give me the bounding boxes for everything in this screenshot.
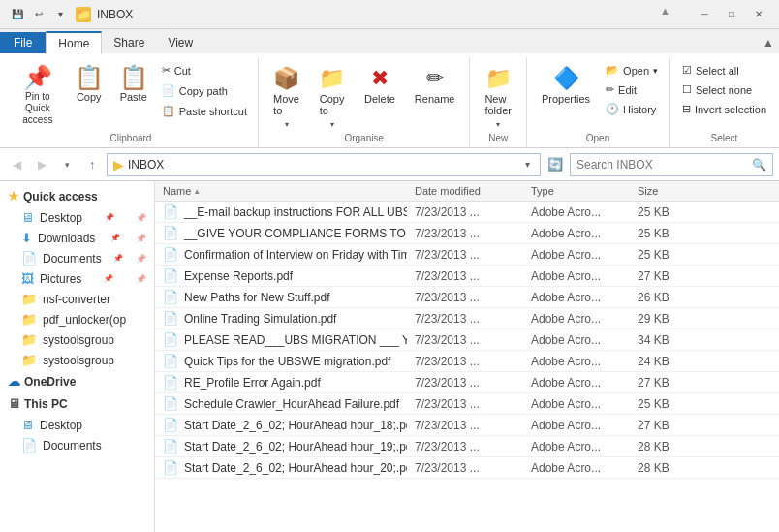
properties-button[interactable]: 🔷 Properties bbox=[533, 61, 599, 110]
sidebar-item-systools2[interactable]: 📁 systoolsgroup bbox=[0, 350, 154, 370]
table-row[interactable]: 📄 Start Date_2_6_02; HourAhead hour_19;.… bbox=[155, 436, 779, 457]
quick-access-toolbar: 💾 ↩ ▾ bbox=[8, 5, 70, 24]
sidebar-item-pc-desktop[interactable]: 🖥 Desktop bbox=[0, 415, 154, 435]
edit-icon: ✏ bbox=[606, 83, 614, 96]
sidebar-item-nsf[interactable]: 📁 nsf-converter bbox=[0, 289, 154, 309]
file-type-cell: Adobe Acro... bbox=[523, 309, 630, 329]
pdf-icon: 📄 bbox=[163, 268, 178, 283]
copy-path-button[interactable]: 📄 Copy path bbox=[157, 81, 252, 100]
file-date-cell: 7/23/2013 ... bbox=[407, 330, 523, 350]
size-column-header[interactable]: Size bbox=[630, 181, 688, 201]
table-row[interactable]: 📄 Online Trading Simulation.pdf 7/23/201… bbox=[155, 308, 779, 329]
nsf-label: nsf-converter bbox=[43, 293, 110, 306]
file-name-cell: 📄 Quick Tips for the UBSWE migration.pdf bbox=[155, 351, 407, 371]
open-label: Open bbox=[533, 131, 663, 147]
tab-home[interactable]: Home bbox=[46, 31, 102, 54]
table-row[interactable]: 📄 Confirmation of Interview on Friday wi… bbox=[155, 244, 779, 266]
file-name-cell: 📄 __GIVE YOUR COMPLIANCE FORMS TO ME B..… bbox=[155, 223, 407, 243]
sidebar-item-documents[interactable]: 📄 Documents 📌 bbox=[0, 248, 154, 268]
sidebar-item-pdf[interactable]: 📁 pdf_unlocker(op bbox=[0, 309, 154, 329]
onedrive-icon: ☁ bbox=[8, 374, 20, 389]
qat-undo[interactable]: ↩ bbox=[29, 5, 48, 24]
table-row[interactable]: 📄 Start Date_2_6_02; HourAhead hour_18;.… bbox=[155, 415, 779, 436]
table-row[interactable]: 📄 Start Date_2_6_02; HourAhead hour_20;.… bbox=[155, 457, 779, 479]
address-dropdown-button[interactable]: ▾ bbox=[521, 159, 534, 170]
this-pc-header[interactable]: 🖥 This PC bbox=[0, 392, 154, 415]
qat-dropdown[interactable]: ▾ bbox=[50, 5, 70, 24]
qat-save[interactable]: 💾 bbox=[8, 5, 27, 24]
minimize-button[interactable]: ─ bbox=[692, 5, 717, 24]
file-type-cell: Adobe Acro... bbox=[523, 245, 630, 265]
desktop-label: Desktop bbox=[40, 211, 82, 225]
table-row[interactable]: 📄 __GIVE YOUR COMPLIANCE FORMS TO ME B..… bbox=[155, 223, 779, 244]
date-column-header[interactable]: Date modified bbox=[407, 181, 523, 201]
downloads-folder-icon: ⬇ bbox=[21, 231, 32, 245]
address-box[interactable]: ▶ INBOX ▾ bbox=[107, 153, 541, 176]
table-row[interactable]: 📄 Schedule Crawler_HourAhead Failure.pdf… bbox=[155, 393, 779, 415]
table-row[interactable]: 📄 PLEASE READ___UBS MIGRATION ___ YOU ..… bbox=[155, 329, 779, 351]
table-row[interactable]: 📄 __E-mail backup instructions FOR ALL U… bbox=[155, 202, 779, 223]
file-type-cell: Adobe Acro... bbox=[523, 330, 630, 350]
pin-indicator: 📌 bbox=[105, 213, 114, 222]
onedrive-header[interactable]: ☁ OneDrive bbox=[0, 370, 154, 392]
select-none-button[interactable]: ☐ Select none bbox=[675, 80, 773, 99]
table-row[interactable]: 📄 Expense Reports.pdf 7/23/2013 ... Adob… bbox=[155, 266, 779, 287]
table-row[interactable]: 📄 Quick Tips for the UBSWE migration.pdf… bbox=[155, 351, 779, 372]
open-group-content: 🔷 Properties 📂 Open ▾ ✏ Edit 🕐 History bbox=[533, 57, 663, 131]
new-group-content: 📁 Newfolder ▾ bbox=[476, 57, 520, 131]
sidebar-item-systools1[interactable]: 📁 systoolsgroup bbox=[0, 329, 154, 350]
refresh-button[interactable]: 🔄 bbox=[545, 154, 566, 175]
search-box[interactable]: 🔍 bbox=[570, 153, 773, 176]
tab-file[interactable]: File bbox=[0, 32, 46, 53]
rename-label: Rename bbox=[415, 93, 455, 105]
pdf-icon: 📄 bbox=[163, 247, 178, 262]
up-button[interactable]: ↑ bbox=[81, 154, 103, 175]
open-group: 🔷 Properties 📂 Open ▾ ✏ Edit 🕐 History bbox=[527, 57, 670, 147]
search-input[interactable] bbox=[576, 158, 752, 172]
window-title: INBOX bbox=[97, 8, 133, 21]
rename-button[interactable]: ✏ Rename bbox=[406, 61, 464, 110]
sidebar-item-desktop[interactable]: 🖥 Desktop 📌 bbox=[0, 207, 154, 228]
organise-group-content: 📦 Moveto ▾ 📁 Copyto ▾ ✖ Delete ✏ Rename bbox=[265, 57, 463, 131]
file-date-cell: 7/23/2013 ... bbox=[407, 352, 523, 371]
this-pc-label: This PC bbox=[24, 397, 68, 411]
cut-button[interactable]: ✂ Cut bbox=[157, 61, 252, 79]
pin-quick-access-button[interactable]: 📌 Pin to Quickaccess bbox=[10, 61, 66, 131]
history-button[interactable]: 🕐 History bbox=[601, 100, 663, 118]
delete-button[interactable]: ✖ Delete bbox=[356, 61, 404, 110]
tab-view[interactable]: View bbox=[156, 32, 204, 53]
back-button[interactable]: ◀ bbox=[6, 154, 27, 175]
type-column-label: Type bbox=[531, 185, 554, 197]
type-column-header[interactable]: Type bbox=[523, 181, 630, 201]
date-column-label: Date modified bbox=[415, 185, 481, 197]
file-size-cell: 25 KB bbox=[630, 224, 688, 243]
edit-button[interactable]: ✏ Edit bbox=[601, 80, 663, 99]
copy-button[interactable]: 📋 Copy bbox=[68, 61, 110, 108]
recent-locations-button[interactable]: ▾ bbox=[56, 154, 78, 175]
table-row[interactable]: 📄 New Paths for New Stuff.pdf 7/23/2013 … bbox=[155, 287, 779, 308]
pdf-icon: 📄 bbox=[163, 311, 178, 326]
file-date-cell: 7/23/2013 ... bbox=[407, 288, 523, 307]
forward-button[interactable]: ▶ bbox=[31, 154, 52, 175]
close-button[interactable]: ✕ bbox=[746, 5, 771, 24]
ribbon-toggle[interactable]: ▲ bbox=[758, 32, 779, 53]
invert-selection-button[interactable]: ⊟ Invert selection bbox=[675, 100, 773, 118]
ribbon-collapse[interactable]: ▲ bbox=[660, 5, 670, 24]
sidebar-item-downloads[interactable]: ⬇ Downloads 📌 bbox=[0, 228, 154, 248]
paste-shortcut-button[interactable]: 📋 Paste shortcut bbox=[157, 102, 252, 120]
quick-access-header[interactable]: ★ Quick access bbox=[0, 185, 154, 207]
table-row[interactable]: 📄 RE_Profile Error Again.pdf 7/23/2013 .… bbox=[155, 372, 779, 393]
file-date-cell: 7/23/2013 ... bbox=[407, 458, 523, 478]
window-folder-icon: 📁 bbox=[76, 7, 91, 22]
open-button[interactable]: 📂 Open ▾ bbox=[601, 61, 663, 79]
paste-button[interactable]: 📋 Paste bbox=[112, 61, 155, 108]
maximize-button[interactable]: □ bbox=[719, 5, 744, 24]
sidebar-item-pc-documents[interactable]: 📄 Documents bbox=[0, 435, 154, 455]
sidebar-item-pictures[interactable]: 🖼 Pictures 📌 bbox=[0, 268, 154, 289]
name-column-header[interactable]: Name ▲ bbox=[155, 181, 407, 201]
paste-label: Paste bbox=[120, 91, 147, 103]
tab-share[interactable]: Share bbox=[102, 32, 156, 53]
select-all-button[interactable]: ☑ Select all bbox=[675, 61, 773, 79]
file-type-cell: Adobe Acro... bbox=[523, 437, 630, 456]
delete-label: Delete bbox=[364, 93, 395, 105]
